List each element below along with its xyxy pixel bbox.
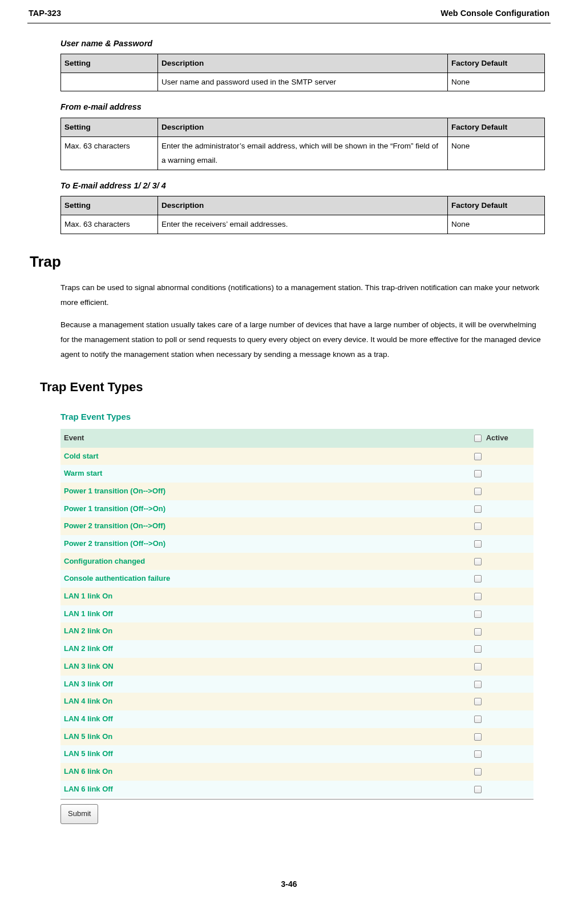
event-checkbox[interactable]	[474, 505, 482, 513]
event-active-cell	[471, 693, 533, 710]
event-active-cell	[471, 517, 533, 535]
event-label: Configuration changed	[60, 553, 471, 571]
event-checkbox[interactable]	[474, 470, 482, 477]
screenshot-title: Trap Event Types	[60, 409, 533, 425]
event-active-cell	[471, 605, 533, 623]
event-label: LAN 6 link On	[60, 763, 471, 781]
event-row: LAN 4 link On	[60, 693, 533, 710]
event-active-cell	[471, 658, 533, 676]
event-active-cell	[471, 781, 533, 798]
event-checkbox[interactable]	[474, 593, 482, 600]
event-label: LAN 1 link Off	[60, 605, 471, 623]
event-label: LAN 3 link ON	[60, 658, 471, 676]
event-row: LAN 2 link Off	[60, 640, 533, 658]
table-col-setting: Setting	[61, 54, 158, 73]
table-cell-setting	[61, 73, 158, 91]
event-label: LAN 5 link On	[60, 728, 471, 746]
event-active-cell	[471, 553, 533, 571]
event-label: Console authentication failure	[60, 570, 471, 588]
event-active-cell	[471, 535, 533, 553]
event-checkbox[interactable]	[474, 663, 482, 670]
event-row: Configuration changed	[60, 553, 533, 571]
event-active-cell	[471, 588, 533, 605]
table-col-description: Description	[158, 196, 448, 215]
spec-table: SettingDescriptionFactory DefaultMax. 63…	[60, 196, 545, 234]
event-label: LAN 4 link Off	[60, 710, 471, 728]
event-active-cell	[471, 448, 533, 465]
trap-para-2: Because a management station usually tak…	[60, 318, 545, 363]
event-label: LAN 4 link On	[60, 693, 471, 710]
event-label: LAN 3 link Off	[60, 676, 471, 693]
event-active-cell	[471, 676, 533, 693]
event-row: LAN 5 link Off	[60, 745, 533, 763]
event-checkbox[interactable]	[474, 750, 482, 758]
event-row: Power 2 transition (Off-->On)	[60, 535, 533, 553]
event-checkbox[interactable]	[474, 610, 482, 618]
trap-event-types-screenshot: Trap Event Types Event Active Cold start…	[60, 409, 533, 824]
events-col-event: Event	[60, 429, 471, 448]
submit-bar: Submit	[60, 799, 533, 824]
table-col-factory: Factory Default	[448, 196, 545, 215]
events-col-active-label: Active	[486, 433, 508, 442]
table-cell-description: User name and password used in the SMTP …	[158, 73, 448, 91]
table-col-factory: Factory Default	[448, 118, 545, 136]
event-checkbox[interactable]	[474, 558, 482, 565]
event-checkbox[interactable]	[474, 540, 482, 548]
table-row: Max. 63 charactersEnter the administrato…	[61, 136, 545, 170]
header-rule	[27, 23, 551, 23]
event-label: Power 1 transition (Off-->On)	[60, 500, 471, 518]
trap-heading: Trap	[27, 248, 551, 276]
trap-event-types-heading: Trap Event Types	[27, 375, 551, 399]
event-active-cell	[471, 728, 533, 746]
event-row: LAN 5 link On	[60, 728, 533, 746]
table-title: From e-mail address	[60, 99, 545, 115]
table-row: User name and password used in the SMTP …	[61, 73, 545, 91]
event-label: Power 2 transition (On-->Off)	[60, 517, 471, 535]
table-col-setting: Setting	[61, 118, 158, 136]
table-col-description: Description	[158, 54, 448, 73]
table-col-factory: Factory Default	[448, 54, 545, 73]
table-row: Max. 63 charactersEnter the receivers’ e…	[61, 215, 545, 234]
submit-button[interactable]: Submit	[60, 804, 98, 824]
event-checkbox[interactable]	[474, 628, 482, 636]
event-label: LAN 1 link On	[60, 588, 471, 605]
event-checkbox[interactable]	[474, 733, 482, 741]
event-checkbox[interactable]	[474, 453, 482, 460]
event-label: Power 1 transition (On-->Off)	[60, 483, 471, 500]
event-label: LAN 5 link Off	[60, 745, 471, 763]
event-row: Power 1 transition (On-->Off)	[60, 483, 533, 500]
event-row: LAN 3 link ON	[60, 658, 533, 676]
table-cell-description: Enter the administrator’s email address,…	[158, 136, 448, 170]
event-label: LAN 6 link Off	[60, 781, 471, 798]
spec-tables: User name & PasswordSettingDescriptionFa…	[60, 36, 545, 234]
event-checkbox[interactable]	[474, 768, 482, 776]
event-checkbox[interactable]	[474, 698, 482, 705]
event-active-cell	[471, 500, 533, 518]
event-row: LAN 1 link Off	[60, 605, 533, 623]
spec-table: SettingDescriptionFactory DefaultUser na…	[60, 54, 545, 91]
page-header: TAP-323 Web Console Configuration	[27, 6, 551, 22]
active-all-checkbox[interactable]	[474, 435, 482, 442]
event-checkbox[interactable]	[474, 716, 482, 723]
event-active-cell	[471, 465, 533, 483]
event-label: LAN 2 link Off	[60, 640, 471, 658]
event-row: Power 1 transition (Off-->On)	[60, 500, 533, 518]
table-cell-factory: None	[448, 73, 545, 91]
event-row: Power 2 transition (On-->Off)	[60, 517, 533, 535]
event-row: LAN 3 link Off	[60, 676, 533, 693]
table-cell-factory: None	[448, 136, 545, 170]
spec-table: SettingDescriptionFactory DefaultMax. 63…	[60, 118, 545, 170]
event-checkbox[interactable]	[474, 786, 482, 793]
table-col-description: Description	[158, 118, 448, 136]
event-active-cell	[471, 710, 533, 728]
event-checkbox[interactable]	[474, 575, 482, 582]
event-checkbox[interactable]	[474, 523, 482, 530]
event-checkbox[interactable]	[474, 488, 482, 495]
event-row: Console authentication failure	[60, 570, 533, 588]
table-cell-setting: Max. 63 characters	[61, 136, 158, 170]
event-checkbox[interactable]	[474, 681, 482, 688]
event-active-cell	[471, 483, 533, 500]
event-row: Cold start	[60, 448, 533, 465]
event-label: Power 2 transition (Off-->On)	[60, 535, 471, 553]
event-checkbox[interactable]	[474, 645, 482, 653]
